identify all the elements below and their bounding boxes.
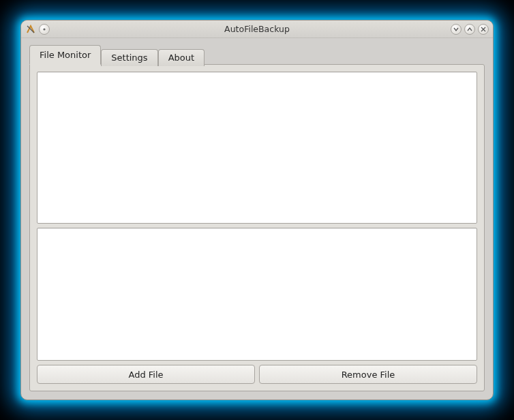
pin-button[interactable] [39,24,50,35]
titlebar: AutoFileBackup [21,20,493,38]
close-button[interactable] [478,24,489,35]
tab-settings[interactable]: Settings [101,49,157,66]
button-label: Add File [128,370,163,380]
remove-file-button[interactable]: Remove File [259,365,477,384]
add-file-button[interactable]: Add File [37,365,255,384]
tabstrip: File Monitor Settings About [29,45,485,64]
tab-label: About [168,52,194,63]
svg-point-0 [43,28,45,30]
tabpanel-file-monitor: Add File Remove File [29,64,485,391]
button-label: Remove File [342,370,395,380]
application-window: AutoFileBackup File Monitor [20,20,494,400]
file-list-bottom[interactable] [37,228,477,361]
app-icon [25,24,36,35]
tab-label: File Monitor [40,50,91,60]
button-row: Add File Remove File [37,365,477,384]
file-list-top[interactable] [37,72,477,224]
client-area: File Monitor Settings About Add File [21,38,493,400]
window-title: AutoFileBackup [21,24,493,34]
tab-file-monitor[interactable]: File Monitor [29,45,101,65]
tab-label: Settings [111,52,147,63]
maximize-button[interactable] [464,24,475,35]
minimize-button[interactable] [451,24,462,35]
tab-about[interactable]: About [158,49,205,66]
